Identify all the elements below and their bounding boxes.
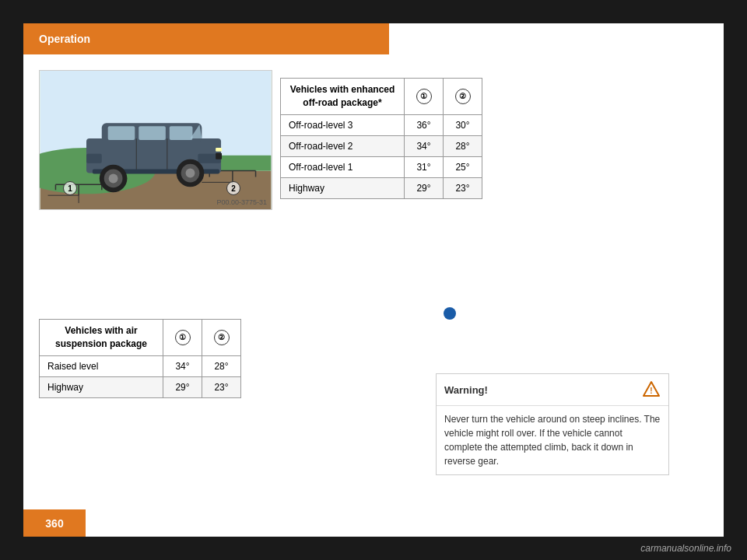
warning-body: Never turn the vehicle around on steep i… bbox=[437, 406, 668, 474]
svg-point-32 bbox=[109, 174, 118, 184]
table-enhanced: Vehicles with enhanced off-road package*… bbox=[280, 78, 482, 199]
row-col2: 30° bbox=[444, 114, 482, 135]
row-label: Off-road-level 1 bbox=[281, 156, 405, 177]
page-container: Operation bbox=[23, 23, 724, 537]
svg-text:!: ! bbox=[650, 387, 652, 395]
row-label: Off-road-level 2 bbox=[281, 135, 405, 156]
svg-rect-34 bbox=[216, 153, 222, 159]
air-col2-circle: ② bbox=[214, 330, 230, 345]
row-col1: 29° bbox=[405, 177, 444, 198]
row-label: Highway bbox=[40, 376, 163, 397]
page-number-box: 360 bbox=[23, 509, 86, 537]
table-enhanced-header: Vehicles with enhanced off-road package* bbox=[281, 79, 405, 115]
circle-label-2: 2 bbox=[226, 181, 240, 195]
table-row: Off-road-level 3 36° 30° bbox=[281, 114, 482, 135]
row-col1: 36° bbox=[405, 114, 444, 135]
table-air-header: Vehicles with air suspension package bbox=[40, 320, 163, 356]
table-row: Highway 29° 23° bbox=[281, 177, 482, 198]
table-enhanced-col1-header: ① bbox=[405, 79, 444, 115]
warning-triangle-icon: ! bbox=[642, 380, 661, 399]
row-col1: 31° bbox=[405, 156, 444, 177]
row-label: Raised level bbox=[40, 355, 163, 376]
table-air-col1-header: ① bbox=[163, 320, 202, 356]
warning-title: Warning! bbox=[444, 384, 488, 396]
row-col2: 23° bbox=[202, 376, 241, 397]
table-row: Highway 29° 23° bbox=[40, 376, 241, 397]
table-air: Vehicles with air suspension package ① ②… bbox=[39, 319, 241, 398]
header-title: Operation bbox=[39, 33, 90, 45]
row-col2: 28° bbox=[444, 135, 482, 156]
svg-rect-20 bbox=[170, 126, 193, 140]
row-label: Highway bbox=[281, 177, 405, 198]
watermark: carmanualsonline.info bbox=[640, 543, 731, 554]
car-image-container: 1 2 P00.00-3775-31 bbox=[39, 70, 272, 210]
table-enhanced-col2-header: ② bbox=[444, 79, 482, 115]
air-col1-circle: ① bbox=[175, 330, 191, 345]
svg-point-29 bbox=[186, 169, 195, 178]
svg-rect-23 bbox=[86, 154, 102, 163]
row-col2: 23° bbox=[444, 177, 482, 198]
warning-box: Warning! ! Never turn the vehicle around… bbox=[436, 373, 669, 475]
row-col1: 34° bbox=[405, 135, 444, 156]
svg-rect-19 bbox=[139, 126, 166, 140]
image-caption: P00.00-3775-31 bbox=[216, 198, 267, 206]
page-number: 360 bbox=[45, 517, 63, 530]
col1-circle: ① bbox=[416, 89, 432, 104]
table-row: Off-road-level 1 31° 25° bbox=[281, 156, 482, 177]
circle-label-1: 1 bbox=[63, 181, 77, 195]
row-label: Off-road-level 3 bbox=[281, 114, 405, 135]
col2-circle: ② bbox=[455, 89, 471, 104]
header-bar: Operation bbox=[23, 23, 389, 54]
blue-dot bbox=[444, 307, 456, 320]
table-air-col2-header: ② bbox=[202, 320, 241, 356]
svg-rect-33 bbox=[216, 148, 222, 152]
row-col2: 28° bbox=[202, 355, 241, 376]
warning-header: Warning! ! bbox=[437, 374, 668, 406]
row-col2: 25° bbox=[444, 156, 482, 177]
table-row: Raised level 34° 28° bbox=[40, 355, 241, 376]
row-col1: 34° bbox=[163, 355, 202, 376]
row-col1: 29° bbox=[163, 376, 202, 397]
svg-rect-18 bbox=[108, 126, 135, 140]
table-row: Off-road-level 2 34° 28° bbox=[281, 135, 482, 156]
